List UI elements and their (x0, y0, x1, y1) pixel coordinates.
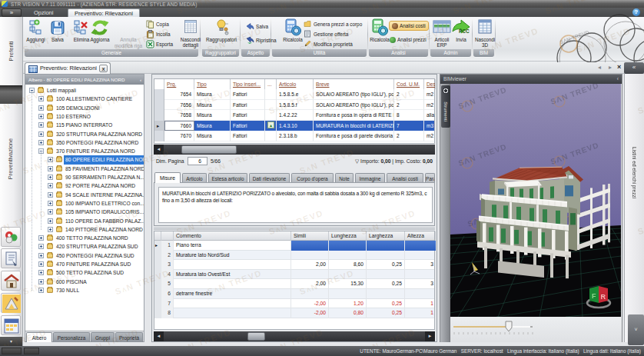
svg-text:F: F (592, 292, 596, 300)
svg-text:PCC: PCC (459, 28, 470, 34)
svg-text:R: R (601, 293, 606, 301)
